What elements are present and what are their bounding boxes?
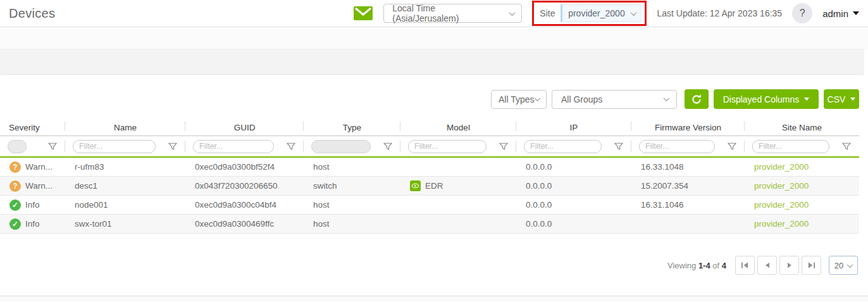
chevron-down-icon (509, 9, 516, 16)
types-filter-value: All Types (499, 94, 535, 104)
cell-guid: 0xec0d9a0300c04bf4 (185, 200, 304, 210)
cell-site-name[interactable]: provider_2000 (745, 219, 859, 229)
groups-filter-select[interactable]: All Groups (552, 90, 677, 109)
table-row[interactable]: ✓ Info swx-tor01 0xec0d9a0300469ffc host… (0, 215, 859, 234)
table-toolbar: All Types All Groups Displayed Columns C… (0, 89, 859, 109)
cell-guid: 0x043f720300206650 (185, 181, 304, 191)
cell-site-name[interactable]: provider_2000 (745, 181, 859, 191)
filter-cell-name (65, 136, 185, 156)
groups-filter-value: All Groups (561, 94, 602, 104)
filter-funnel-icon[interactable] (287, 142, 295, 151)
cell-severity: ✓ Info (0, 218, 65, 230)
chevron-down-icon (664, 95, 670, 101)
filter-funnel-icon[interactable] (614, 142, 623, 151)
prev-page-button[interactable] (757, 256, 777, 275)
page-header: Devices Local Time (Asia/Jerusalem) Site… (0, 0, 868, 27)
cell-name: node001 (65, 200, 185, 210)
filter-funnel-icon[interactable] (842, 142, 851, 151)
model-text: EDR (425, 181, 443, 191)
page-size-select[interactable]: 20 (829, 256, 858, 275)
site-filter-input[interactable] (752, 140, 829, 153)
cell-model: EDR (400, 180, 516, 191)
guid-filter-input[interactable] (193, 140, 274, 153)
header-controls: Local Time (Asia/Jerusalem) Site provide… (353, 1, 859, 26)
cell-firmware: 15.2007.354 (631, 181, 745, 191)
cell-severity: ? Warn... (0, 180, 65, 192)
cell-firmware: 16.33.1048 (631, 162, 745, 172)
ip-filter-input[interactable] (524, 140, 602, 153)
table-row[interactable]: ? Warn... desc1 0x043f720300206650 switc… (0, 177, 859, 196)
column-header-name[interactable]: Name (65, 120, 185, 135)
column-header-site[interactable]: Site Name (745, 120, 859, 135)
cell-site-name[interactable]: provider_2000 (745, 200, 859, 210)
displayed-columns-button[interactable]: Displayed Columns (714, 89, 819, 109)
cell-name: r-ufm83 (65, 162, 185, 172)
page-size-value: 20 (834, 261, 843, 270)
pagination: Viewing 1-4 of 4 20 (0, 256, 858, 275)
column-header-severity[interactable]: Severity (0, 120, 65, 135)
last-update-text: Last Update: 12 Apr 2023 16:35 (657, 8, 782, 18)
cell-firmware: 16.31.1046 (631, 200, 745, 210)
column-header-model[interactable]: Model (400, 120, 516, 135)
model-filter-input[interactable] (408, 140, 487, 153)
filter-funnel-icon[interactable] (48, 142, 57, 151)
cell-severity: ? Warn... (0, 161, 65, 173)
severity-text: Info (25, 200, 40, 210)
types-filter-select[interactable]: All Types (491, 90, 547, 109)
site-select[interactable]: provider_2000 (561, 4, 642, 22)
site-select-value: provider_2000 (568, 8, 625, 18)
chevron-down-icon (630, 9, 636, 16)
filter-cell-ip (516, 136, 631, 156)
table-body: ? Warn... r-ufm83 0xec0d9a0300bf52f4 hos… (0, 156, 859, 234)
timezone-select-value: Local Time (Asia/Jerusalem) (392, 3, 502, 23)
page-title: Devices (9, 6, 55, 21)
table-header-row: Severity Name GUID Type Model IP Firmwar… (0, 120, 859, 136)
cell-site-name[interactable]: provider_2000 (745, 162, 859, 172)
filter-funnel-icon[interactable] (383, 142, 392, 151)
table-row[interactable]: ? Warn... r-ufm83 0xec0d9a0300bf52f4 hos… (0, 158, 859, 177)
filter-funnel-icon[interactable] (728, 142, 736, 151)
firmware-filter-input[interactable] (639, 140, 715, 153)
cell-ip: 0.0.0.0 (516, 162, 631, 172)
severity-text: Warn... (25, 162, 53, 172)
table-row[interactable]: ✓ Info node001 0xec0d9a0300c04bf4 host 0… (0, 196, 859, 215)
nvidia-logo-icon (410, 180, 421, 191)
viewing-range: 1-4 (698, 261, 710, 270)
refresh-button[interactable] (685, 89, 709, 109)
column-header-guid[interactable]: GUID (185, 120, 304, 135)
table-filter-row (0, 136, 859, 156)
site-highlight-box: Site provider_2000 (532, 1, 647, 26)
site-label: Site (540, 8, 555, 18)
footer-strip (0, 296, 868, 302)
cell-guid: 0xec0d9a0300469ffc (185, 219, 304, 229)
first-page-button[interactable] (735, 256, 755, 275)
name-filter-input[interactable] (73, 140, 156, 153)
severity-icon: ? (9, 180, 21, 192)
cell-name: swx-tor01 (65, 219, 185, 229)
viewing-total: 4 (722, 261, 726, 270)
filter-funnel-icon[interactable] (168, 142, 177, 151)
mail-button[interactable] (353, 5, 373, 22)
filter-cell-guid (185, 136, 304, 156)
filter-cell-model (400, 136, 516, 156)
csv-label: CSV (828, 94, 846, 104)
last-page-button[interactable] (802, 256, 821, 275)
user-menu[interactable]: admin (822, 8, 859, 19)
last-page-icon (807, 261, 815, 269)
next-page-button[interactable] (779, 256, 799, 275)
cell-ip: 0.0.0.0 (516, 181, 631, 191)
filter-cell-site (745, 136, 859, 156)
cell-guid: 0xec0d9a0300bf52f4 (185, 162, 304, 172)
column-header-firmware[interactable]: Firmware Version (631, 120, 745, 135)
csv-export-button[interactable]: CSV (824, 89, 859, 109)
refresh-icon (691, 94, 702, 105)
column-header-ip[interactable]: IP (516, 120, 631, 135)
timezone-select[interactable]: Local Time (Asia/Jerusalem) (383, 4, 522, 23)
help-icon: ? (800, 8, 805, 19)
column-header-type[interactable]: Type (304, 120, 400, 135)
severity-icon: ? (9, 161, 21, 173)
filter-funnel-icon[interactable] (499, 142, 508, 151)
displayed-columns-label: Displayed Columns (723, 94, 800, 104)
cell-type: host (304, 200, 400, 210)
help-button[interactable]: ? (792, 3, 812, 23)
